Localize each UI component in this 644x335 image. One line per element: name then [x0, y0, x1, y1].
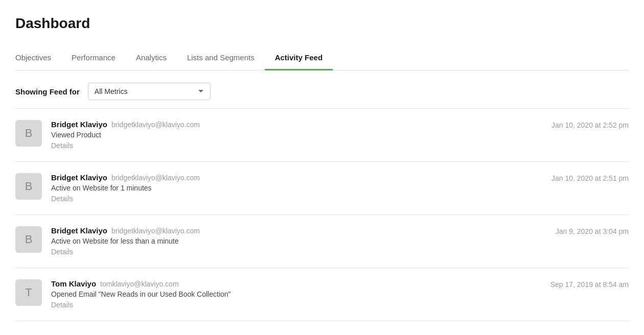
avatar: B: [15, 120, 42, 147]
tabs-nav: Objectives Performance Analytics Lists a…: [15, 46, 629, 70]
person-email: bridgetklaviyo@klaviyo.com: [111, 227, 200, 235]
tab-objectives[interactable]: Objectives: [15, 46, 61, 70]
avatar: T: [15, 279, 42, 306]
feed-action: Active on Website for 1 minutes: [51, 184, 542, 192]
feed-header: Bridget Klaviyo bridgetklaviyo@klaviyo.c…: [51, 120, 542, 129]
feed-timestamp: Jan 9, 2020 at 3:04 pm: [556, 226, 629, 235]
tab-analytics[interactable]: Analytics: [126, 46, 177, 70]
feed-item: T Tom Klaviyo tomklaviyo@klaviyo.com Ope…: [15, 268, 629, 321]
feed-content: Bridget Klaviyo bridgetklaviyo@klaviyo.c…: [51, 120, 542, 150]
feed-details-link[interactable]: Details: [51, 301, 73, 309]
feed-content: Tom Klaviyo tomklaviyo@klaviyo.com Opene…: [51, 279, 541, 309]
feed-action: Opened Email "New Reads in our Used Book…: [51, 290, 541, 298]
person-name: Bridget Klaviyo: [51, 120, 107, 129]
feed-header: Bridget Klaviyo bridgetklaviyo@klaviyo.c…: [51, 226, 546, 235]
person-email: tomklaviyo@klaviyo.com: [100, 280, 178, 288]
person-name: Bridget Klaviyo: [51, 173, 107, 182]
feed-content: Bridget Klaviyo bridgetklaviyo@klaviyo.c…: [51, 226, 546, 256]
filter-row: Showing Feed for All MetricsViewed Produ…: [15, 70, 629, 108]
avatar: B: [15, 226, 42, 253]
feed-details-link[interactable]: Details: [51, 195, 73, 203]
tab-lists-segments[interactable]: Lists and Segments: [177, 46, 265, 70]
feed-timestamp: Sep 17, 2019 at 8:54 am: [550, 279, 629, 289]
feed-details-link[interactable]: Details: [51, 248, 73, 256]
feed-timestamp: Jan 10, 2020 at 2:51 pm: [551, 173, 629, 182]
feed-timestamp: Jan 10, 2020 at 2:52 pm: [551, 120, 629, 129]
page-title: Dashboard: [15, 15, 629, 32]
feed-list: B Bridget Klaviyo bridgetklaviyo@klaviyo…: [15, 108, 629, 321]
person-name: Bridget Klaviyo: [51, 226, 107, 235]
feed-item: B Bridget Klaviyo bridgetklaviyo@klaviyo…: [15, 215, 629, 268]
feed-content: Bridget Klaviyo bridgetklaviyo@klaviyo.c…: [51, 173, 542, 203]
avatar: B: [15, 173, 42, 200]
feed-details-link[interactable]: Details: [51, 141, 73, 150]
person-name: Tom Klaviyo: [51, 279, 96, 288]
feed-item: B Bridget Klaviyo bridgetklaviyo@klaviyo…: [15, 162, 629, 215]
person-email: bridgetklaviyo@klaviyo.com: [111, 121, 200, 129]
tab-performance[interactable]: Performance: [61, 46, 126, 70]
feed-item: B Bridget Klaviyo bridgetklaviyo@klaviyo…: [15, 109, 629, 162]
feed-action: Active on Website for less than a minute: [51, 237, 546, 245]
feed-header: Tom Klaviyo tomklaviyo@klaviyo.com: [51, 279, 541, 288]
tab-activity-feed[interactable]: Activity Feed: [265, 46, 333, 70]
feed-header: Bridget Klaviyo bridgetklaviyo@klaviyo.c…: [51, 173, 542, 182]
filter-label: Showing Feed for: [15, 87, 80, 96]
metrics-filter-select[interactable]: All MetricsViewed ProductActive on Websi…: [88, 83, 211, 100]
feed-action: Viewed Product: [51, 131, 542, 139]
person-email: bridgetklaviyo@klaviyo.com: [111, 174, 200, 182]
